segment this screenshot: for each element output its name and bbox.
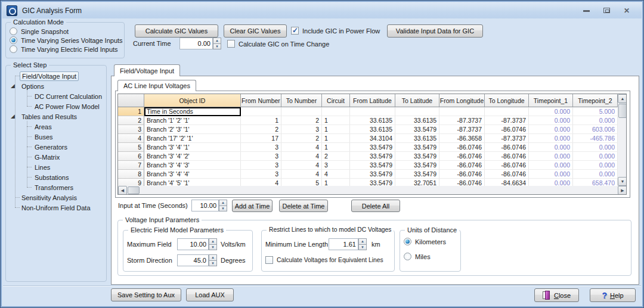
grid-cell[interactable]: 2: [281, 116, 322, 125]
grid-cell[interactable]: -86.0746: [485, 161, 529, 170]
grid-cell[interactable]: 4: [281, 170, 322, 179]
tab-field-voltage-input[interactable]: Field/Voltage Input: [114, 64, 180, 76]
grid-cell[interactable]: 5.000: [573, 107, 618, 116]
column-header-to-longitude[interactable]: To Longitude: [485, 94, 529, 107]
grid-cell[interactable]: 5: [281, 179, 322, 186]
tree-item-sensitivity-analysis[interactable]: Sensitivity Analysis: [7, 192, 101, 203]
tree-item-generators[interactable]: Generators: [7, 142, 101, 152]
tree-expander-icon[interactable]: ◢: [11, 113, 15, 120]
grid-cell[interactable]: 33.6135: [350, 125, 395, 134]
grid-cell[interactable]: 4: [281, 143, 322, 152]
grid-cell[interactable]: Time in Seconds: [144, 107, 241, 116]
grid-cell[interactable]: 0.000: [529, 107, 573, 116]
spin-up-icon[interactable]: ▲: [209, 254, 217, 261]
current-time-spinner[interactable]: ▲▼: [213, 38, 221, 49]
radio-option-time-varying-series-voltage-inputs[interactable]: Time Varying Series Voltage Inputs: [10, 36, 123, 44]
grid-cell[interactable]: -465.786: [573, 134, 618, 143]
grid-cell[interactable]: 33.5479: [395, 170, 439, 179]
column-header-timepoint-1[interactable]: Timepoint_1: [529, 94, 573, 107]
radio-icon[interactable]: [10, 45, 17, 53]
grid-cell[interactable]: 603.006: [573, 125, 618, 134]
grid-cell[interactable]: -86.0746: [485, 125, 529, 134]
close-window-button[interactable]: ✕: [620, 6, 633, 15]
grid-cell[interactable]: 0.000: [529, 134, 573, 143]
grid-cell[interactable]: 2: [241, 125, 281, 134]
grid-cell[interactable]: -86.0746: [439, 179, 485, 186]
grid-cell[interactable]: 1: [322, 116, 350, 125]
minimum-line-length-input[interactable]: [329, 238, 358, 250]
grid-cell[interactable]: 33.5479: [350, 170, 395, 179]
radio-option-miles[interactable]: Miles: [404, 253, 446, 260]
delete-all-button[interactable]: Delete All: [351, 200, 400, 212]
spin-down-icon[interactable]: ▼: [213, 44, 221, 50]
grid-cell[interactable]: 3: [241, 170, 281, 179]
grid-cell[interactable]: 33.5479: [395, 143, 439, 152]
input-at-time-input[interactable]: [191, 200, 219, 211]
maximum-field-input[interactable]: [177, 238, 209, 250]
grid-cell[interactable]: 0.000: [573, 116, 618, 125]
grid-cell[interactable]: 0.000: [529, 116, 573, 125]
tree-item-buses[interactable]: Buses: [7, 132, 101, 142]
tree-expander-icon[interactable]: ◢: [11, 83, 15, 89]
tree-item-tables-and-results[interactable]: ◢Tables and Results: [7, 111, 101, 122]
grid-cell[interactable]: 3: [281, 125, 322, 134]
grid-cell[interactable]: -86.0746: [485, 152, 529, 161]
grid-cell[interactable]: 1: [322, 179, 350, 186]
grid-cell[interactable]: -87.3737: [485, 134, 529, 143]
grid-cell[interactable]: -87.3737: [439, 116, 485, 125]
v-scrollbar-thumb[interactable]: [618, 104, 627, 118]
grid-cell[interactable]: 0.000: [529, 179, 573, 186]
row-header-cell[interactable]: 6: [118, 152, 144, 161]
grid-cell[interactable]: 33.5479: [350, 152, 395, 161]
grid-cell[interactable]: Branch '1' '2' '1': [144, 116, 241, 125]
titlebar[interactable]: GIC Analysis Form ✕: [2, 2, 642, 18]
validate-input-data-button[interactable]: Validate Input Data for GIC: [387, 24, 483, 38]
checkbox-icon[interactable]: [265, 256, 273, 264]
close-button[interactable]: Close: [534, 288, 579, 302]
grid-cell[interactable]: 658.470: [573, 179, 618, 186]
delete-at-time-button[interactable]: Delete at Time: [279, 200, 328, 212]
grid-cell[interactable]: Branch '3' '4' '4': [144, 170, 241, 179]
save-setting-to-aux-button[interactable]: Save Setting to Aux: [111, 288, 181, 301]
grid-cell[interactable]: 33.6135: [350, 116, 395, 125]
grid-cell[interactable]: 33.5479: [395, 152, 439, 161]
grid-cell[interactable]: 0.000: [529, 125, 573, 134]
grid-cell[interactable]: 0.000: [573, 143, 618, 152]
row-header-cell[interactable]: 5: [118, 143, 144, 152]
spin-up-icon[interactable]: ▲: [219, 200, 227, 206]
grid-cell[interactable]: 1: [322, 134, 350, 143]
current-time-input[interactable]: [179, 38, 213, 49]
load-aux-button[interactable]: Load AUX: [186, 288, 234, 301]
grid-cell[interactable]: [439, 107, 485, 116]
tree-item-lines[interactable]: Lines: [7, 162, 101, 172]
grid-cell[interactable]: 0.000: [573, 170, 618, 179]
grid-cell[interactable]: [485, 107, 529, 116]
row-header-cell[interactable]: 3: [118, 125, 144, 134]
grid-cell[interactable]: 0.000: [529, 170, 573, 179]
app-icon[interactable]: [7, 5, 17, 16]
grid-cell[interactable]: -87.3737: [485, 116, 529, 125]
grid-cell[interactable]: 2: [322, 152, 350, 161]
grid-cell[interactable]: -86.0746: [439, 170, 485, 179]
grid-cell[interactable]: -84.6634: [485, 179, 529, 186]
add-at-time-button[interactable]: Add at Time: [232, 200, 273, 212]
spin-up-icon[interactable]: ▲: [358, 238, 367, 245]
grid-cell[interactable]: [322, 107, 350, 116]
grid-cell[interactable]: -86.0746: [485, 143, 529, 152]
column-header-circuit[interactable]: Circuit: [322, 94, 350, 107]
column-header-from-number[interactable]: From Number: [241, 94, 281, 107]
column-header-from-longitude[interactable]: From Longitude: [439, 94, 485, 107]
row-header-cell[interactable]: 8: [118, 170, 144, 179]
column-header-to-latitude[interactable]: To Latitude: [395, 94, 439, 107]
spin-down-icon[interactable]: ▼: [219, 206, 227, 212]
grid-cell[interactable]: 0.000: [529, 143, 573, 152]
grid-cell[interactable]: [395, 107, 439, 116]
grid-cell[interactable]: 4: [241, 179, 281, 186]
row-header-cell[interactable]: 9: [118, 179, 144, 186]
tree-item-g-matrix[interactable]: G-Matrix: [7, 152, 101, 162]
grid-cell[interactable]: 33.6135: [395, 116, 439, 125]
grid-cell[interactable]: 3: [241, 152, 281, 161]
h-scrollbar-thumb[interactable]: [128, 186, 140, 194]
row-header-cell[interactable]: 4: [118, 134, 144, 143]
grid-cell[interactable]: Branch '3' '4' '2': [144, 152, 241, 161]
